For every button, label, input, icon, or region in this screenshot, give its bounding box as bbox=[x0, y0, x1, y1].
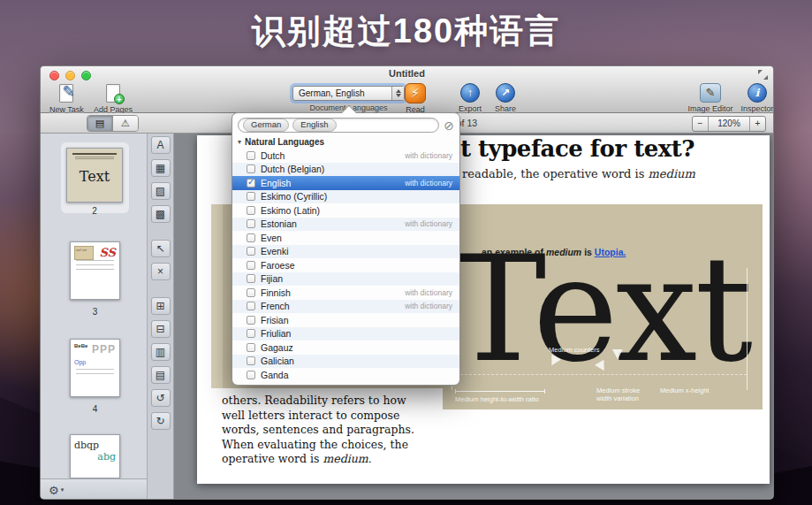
language-row[interactable]: Even bbox=[232, 231, 459, 245]
language-name: English bbox=[261, 178, 291, 188]
language-dictionary-note: with dictionary bbox=[405, 219, 459, 228]
read-button[interactable]: ⚡ Read bbox=[405, 83, 426, 114]
sidebar-footer: ⚙ ▾ bbox=[41, 478, 148, 500]
export-button[interactable]: ↑ Export bbox=[452, 83, 488, 113]
image-editor-button[interactable]: ✎ Image Editor bbox=[684, 83, 737, 113]
gear-icon[interactable]: ⚙ bbox=[49, 484, 59, 497]
page-thumbnail-3[interactable]: oof sm SS bbox=[70, 241, 120, 300]
text-area-tool[interactable]: A bbox=[151, 136, 171, 154]
minimize-button[interactable] bbox=[65, 71, 75, 80]
language-checkbox[interactable] bbox=[247, 247, 255, 256]
language-name: Evenki bbox=[261, 246, 289, 256]
document-subheading: readable, the operative word is medium bbox=[462, 167, 695, 180]
language-name: Finnish bbox=[261, 287, 291, 298]
language-row[interactable]: French with dictionary bbox=[232, 300, 459, 314]
language-checkbox[interactable] bbox=[247, 233, 255, 242]
language-row[interactable]: Dutch with dictionary bbox=[232, 149, 459, 163]
language-checkbox[interactable] bbox=[247, 371, 255, 379]
pages-tab[interactable]: ▤ bbox=[87, 116, 112, 131]
language-checkbox[interactable]: ✓ bbox=[247, 179, 255, 187]
close-button[interactable] bbox=[49, 71, 59, 80]
language-checkbox[interactable] bbox=[247, 356, 255, 365]
language-row[interactable]: Evenki bbox=[232, 245, 459, 259]
zoom-window-button[interactable] bbox=[81, 71, 91, 80]
language-checkbox[interactable] bbox=[247, 192, 255, 201]
language-row[interactable]: Faroese bbox=[232, 258, 459, 272]
zoom-value[interactable]: 120%▾ bbox=[708, 117, 750, 131]
language-row[interactable]: Friulian bbox=[232, 327, 459, 341]
add-pages-button[interactable]: + Add Pages bbox=[94, 83, 133, 114]
language-token[interactable]: German bbox=[243, 119, 289, 132]
language-checkbox[interactable] bbox=[247, 165, 255, 173]
language-row[interactable]: Finnish with dictionary bbox=[232, 286, 459, 300]
recognition-area-tool[interactable]: ▩ bbox=[151, 205, 171, 223]
traffic-lights bbox=[49, 71, 91, 80]
language-checkbox[interactable] bbox=[247, 219, 255, 228]
language-dictionary-note: with dictionary bbox=[405, 151, 459, 160]
language-row[interactable]: Galician bbox=[232, 355, 459, 369]
gear-caret-icon: ▾ bbox=[61, 486, 65, 494]
language-checkbox[interactable] bbox=[247, 151, 255, 160]
language-name: Faroese bbox=[261, 260, 295, 271]
select-area-tool[interactable]: ↖ bbox=[151, 240, 171, 257]
document-languages-select[interactable]: German, English bbox=[292, 86, 405, 101]
export-label: Export bbox=[459, 104, 482, 113]
marketing-headline: 识别超过180种语言 bbox=[0, 9, 812, 54]
language-checkbox[interactable] bbox=[247, 288, 255, 297]
example-panel-edge bbox=[211, 204, 223, 388]
language-name: Frisian bbox=[261, 315, 289, 325]
page-thumbnail-2[interactable]: Text bbox=[66, 148, 123, 203]
delete-area-tool[interactable]: × bbox=[151, 263, 171, 280]
language-row[interactable]: Frisian bbox=[232, 313, 459, 327]
language-checkbox[interactable] bbox=[247, 274, 255, 283]
page-number: 2 bbox=[66, 206, 123, 216]
language-name: Even bbox=[261, 233, 282, 243]
rotate-right-tool[interactable]: ↻ bbox=[151, 412, 171, 430]
language-checkbox[interactable] bbox=[247, 206, 255, 215]
page-thumbnail-4[interactable]: BeBe PPP Opp bbox=[70, 339, 120, 397]
language-checkbox[interactable] bbox=[247, 316, 255, 325]
language-row[interactable]: Eskimo (Cyrillic) bbox=[232, 190, 459, 204]
inspector-button[interactable]: i Inspector bbox=[737, 83, 774, 113]
zoom-in-button[interactable]: + bbox=[750, 117, 765, 131]
share-button[interactable]: ↗ Share bbox=[489, 83, 521, 113]
remove-part-tool[interactable]: ⊟ bbox=[151, 320, 171, 338]
table-area-tool[interactable]: ▦ bbox=[151, 159, 171, 177]
baseline-guide bbox=[452, 374, 747, 375]
rotate-left-tool[interactable]: ↺ bbox=[151, 389, 171, 407]
language-checkbox[interactable] bbox=[247, 329, 255, 338]
language-name: Dutch bbox=[261, 150, 285, 161]
page-thumbnail-5[interactable]: dbqp abg bbox=[70, 434, 120, 478]
clear-icon[interactable]: ⊘ bbox=[444, 119, 454, 132]
language-row[interactable]: Dutch (Belgian) bbox=[232, 163, 459, 177]
language-row[interactable]: Eskimo (Latin) bbox=[232, 203, 459, 218]
share-icon: ↗ bbox=[496, 83, 515, 103]
language-row[interactable]: Fijian bbox=[232, 272, 459, 287]
language-checkbox[interactable] bbox=[247, 302, 255, 310]
fullscreen-icon[interactable] bbox=[758, 70, 768, 80]
language-row[interactable]: Gagauz bbox=[232, 340, 459, 355]
language-section-header[interactable]: ▾ Natural Languages bbox=[232, 135, 459, 149]
language-name: Estonian bbox=[261, 218, 297, 229]
merge-cells-tool[interactable]: ▤ bbox=[151, 366, 171, 384]
split-cells-tool[interactable]: ▥ bbox=[151, 343, 171, 361]
new-task-icon: ✎ bbox=[55, 83, 78, 103]
add-part-tool[interactable]: ⊞ bbox=[151, 297, 171, 315]
problems-tab[interactable]: ⚠ bbox=[112, 116, 138, 131]
language-name: Gagauz bbox=[261, 342, 293, 353]
language-row[interactable]: ✓ English with dictionary bbox=[232, 176, 459, 190]
zoom-out-button[interactable]: − bbox=[693, 117, 708, 131]
picture-area-tool[interactable]: ▨ bbox=[151, 182, 171, 200]
language-row[interactable]: Estonian with dictionary bbox=[232, 218, 459, 232]
image-editor-icon: ✎ bbox=[700, 83, 721, 103]
language-checkbox[interactable] bbox=[247, 261, 255, 270]
page-number: 3 bbox=[70, 307, 120, 317]
language-row[interactable]: Ganda bbox=[232, 368, 459, 382]
window-header: Untitled ✎ New Task + Add Pages bbox=[41, 66, 773, 113]
language-checkbox[interactable] bbox=[247, 343, 255, 352]
language-name: Dutch (Belgian) bbox=[261, 164, 324, 174]
image-editor-label: Image Editor bbox=[687, 104, 732, 113]
new-task-button[interactable]: ✎ New Task bbox=[49, 83, 84, 114]
language-token[interactable]: English bbox=[292, 119, 336, 132]
language-token-field[interactable]: GermanEnglish bbox=[238, 118, 439, 133]
